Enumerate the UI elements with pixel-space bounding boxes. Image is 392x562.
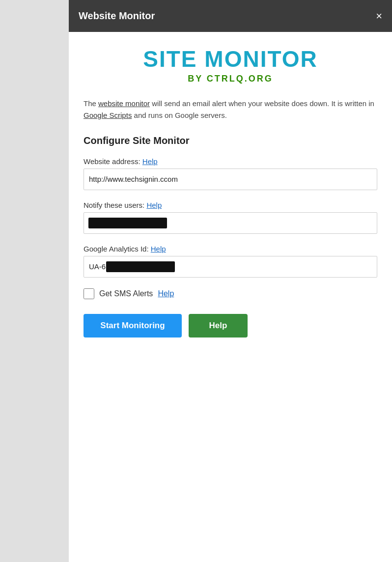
google-scripts-link[interactable]: Google Scripts (84, 111, 132, 119)
help-button[interactable]: Help (189, 314, 248, 337)
analytics-redacted (106, 261, 175, 272)
close-button[interactable]: × (376, 11, 382, 22)
website-address-input[interactable] (84, 169, 377, 190)
sms-help-link[interactable]: Help (158, 289, 174, 298)
button-row: Start Monitoring Help (84, 314, 377, 337)
dialog-header: Website Monitor × (69, 0, 392, 32)
dialog-title: Website Monitor (79, 10, 155, 22)
section-title: Configure Site Monitor (84, 135, 377, 146)
notify-users-group: Notify these users: Help (84, 201, 377, 234)
analytics-id-group: Google Analytics Id: Help (84, 245, 377, 278)
website-address-label: Website address: Help (84, 157, 377, 166)
logo-section: SITE MONITOR BY CTRLQ.ORG (84, 47, 377, 84)
analytics-help-link[interactable]: Help (151, 245, 166, 253)
notify-help-link[interactable]: Help (146, 201, 162, 209)
dialog-body: SITE MONITOR BY CTRLQ.ORG The website mo… (69, 32, 392, 562)
sms-alerts-row: Get SMS Alerts Help (84, 288, 377, 299)
website-monitor-link[interactable]: website monitor (98, 99, 150, 108)
sms-alerts-checkbox[interactable] (84, 288, 94, 299)
logo-subtitle: BY CTRLQ.ORG (84, 74, 377, 84)
start-monitoring-button[interactable]: Start Monitoring (84, 314, 182, 337)
description-text: The website monitor will send an email a… (84, 98, 377, 121)
sms-alerts-label: Get SMS Alerts (99, 289, 153, 298)
email-redacted (88, 218, 167, 228)
analytics-id-label: Google Analytics Id: Help (84, 245, 377, 253)
logo-title: SITE MONITOR (84, 47, 377, 72)
website-help-link[interactable]: Help (142, 157, 158, 166)
dialog: Website Monitor × SITE MONITOR BY CTRLQ.… (69, 0, 392, 562)
website-address-group: Website address: Help (84, 157, 377, 190)
notify-users-label: Notify these users: Help (84, 201, 377, 209)
